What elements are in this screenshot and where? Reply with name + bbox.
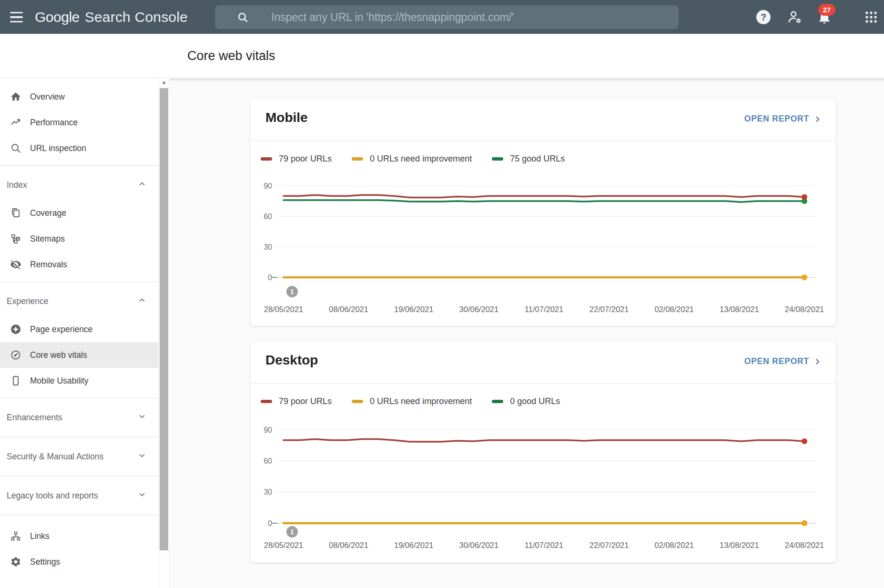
sidebar-item-url-inspection[interactable]: URL inspection <box>0 135 158 161</box>
open-report-label: OPEN REPORT <box>744 356 809 366</box>
sidebar-section-label: Enhancements <box>7 413 62 423</box>
notification-count-badge[interactable]: 27 <box>818 4 835 16</box>
sidebar-section-security-manual-actions[interactable]: Security & Manual Actions <box>0 441 158 472</box>
chart-legend: 79 poor URLs 0 URLs need improvement 0 g… <box>261 393 560 410</box>
legend-item[interactable]: 0 URLs need improvement <box>352 396 472 406</box>
open-report-link[interactable]: OPEN REPORT <box>744 356 822 366</box>
url-inspection-icon <box>10 142 22 154</box>
sidebar-item-label: Mobile Usability <box>30 376 89 386</box>
svg-text:11/07/2021: 11/07/2021 <box>525 305 563 314</box>
sidebar-section-enhancements[interactable]: Enhancements <box>0 402 158 433</box>
sidebar-item-sitemaps[interactable]: Sitemaps <box>0 226 158 252</box>
search-input[interactable] <box>215 5 679 29</box>
chevron-up-icon <box>138 296 146 306</box>
sidebar-scrollbar[interactable]: ▲ <box>158 78 170 588</box>
open-report-label: OPEN REPORT <box>744 114 809 124</box>
apps-grid-icon[interactable] <box>860 6 882 28</box>
home-icon <box>10 91 22 103</box>
url-inspect-searchbox[interactable] <box>215 5 679 29</box>
sidebar-item-label: Coverage <box>30 208 66 218</box>
sidebar-item-coverage[interactable]: Coverage <box>0 200 158 226</box>
legend-item[interactable]: 75 good URLs <box>492 154 565 164</box>
legend-label: 0 URLs need improvement <box>370 154 472 164</box>
svg-text:30: 30 <box>264 488 272 496</box>
svg-text:02/08/2021: 02/08/2021 <box>654 305 694 314</box>
main-content: MobileOPEN REPORT 79 poor URLs 0 URLs ne… <box>170 79 884 588</box>
sidebar-divider <box>0 398 158 398</box>
legend-item[interactable]: 0 URLs need improvement <box>352 154 472 164</box>
sidebar-section-experience[interactable]: Experience <box>0 286 158 316</box>
sidebar-item-label: Core web vitals <box>30 350 87 360</box>
sidebar-divider <box>0 437 158 437</box>
legend-label: 75 good URLs <box>510 154 565 164</box>
sidebar-item-submit-feedback[interactable]: Submit feedback <box>0 584 158 588</box>
svg-text:28/05/2021: 28/05/2021 <box>264 305 304 314</box>
scrollbar-thumb[interactable] <box>160 88 168 550</box>
chevron-right-icon <box>813 357 822 366</box>
coverage-icon <box>10 207 22 219</box>
legend-dash-icon <box>261 400 272 403</box>
scrollbar-up-arrow-icon[interactable]: ▲ <box>159 79 169 85</box>
chevron-up-icon <box>138 180 146 190</box>
legend-label: 79 poor URLs <box>279 154 332 164</box>
annotation-badge: 1 <box>286 286 298 297</box>
svg-text:13/08/2021: 13/08/2021 <box>720 305 759 314</box>
svg-text:1: 1 <box>290 528 294 536</box>
svg-text:02/08/2021: 02/08/2021 <box>654 541 694 549</box>
legend-item[interactable]: 0 good URLs <box>492 396 560 406</box>
sidebar-item-core-web-vitals[interactable]: Core web vitals <box>0 342 158 368</box>
sidebar-section-index[interactable]: Index <box>0 170 158 200</box>
chart-legend: 79 poor URLs 0 URLs need improvement 75 … <box>261 150 565 167</box>
legend-dash-icon <box>352 157 363 161</box>
sidebar-item-page-experience[interactable]: Page experience <box>0 316 158 342</box>
sidebar-section-legacy-tools-and-reports[interactable]: Legacy tools and reports <box>0 480 158 511</box>
svg-text:08/06/2021: 08/06/2021 <box>329 541 368 549</box>
help-icon[interactable]: ? <box>752 6 774 28</box>
sidebar-item-links[interactable]: Links <box>0 523 158 549</box>
sidebar-item-label: Page experience <box>30 324 92 335</box>
removals-icon <box>10 258 22 271</box>
sidebar-item-mobile-usability[interactable]: Mobile Usability <box>0 368 158 394</box>
sidebar-nav: Overview Performance URL inspectionIndex… <box>0 78 158 588</box>
svg-text:30/06/2021: 30/06/2021 <box>459 541 499 549</box>
svg-text:90: 90 <box>264 182 272 190</box>
top-bar: Google Search Console ? 27 <box>0 0 884 34</box>
sidebar-item-settings[interactable]: Settings <box>0 549 158 575</box>
sidebar-spacer <box>0 575 158 584</box>
sidebar-item-overview[interactable]: Overview <box>0 84 158 110</box>
legend-dash-icon <box>261 157 272 161</box>
sidebar-item-removals[interactable]: Removals <box>0 252 158 277</box>
open-report-link[interactable]: OPEN REPORT <box>744 114 822 124</box>
sidebar-divider <box>0 282 158 282</box>
legend-label: 0 good URLs <box>510 396 560 406</box>
legend-dash-icon <box>492 157 503 161</box>
svg-text:60: 60 <box>264 457 272 465</box>
legend-label: 79 poor URLs <box>279 396 332 406</box>
card-divider <box>250 383 836 384</box>
svg-text:22/07/2021: 22/07/2021 <box>589 541 629 549</box>
sidebar-item-label: URL inspection <box>30 143 86 153</box>
card-divider <box>250 141 836 141</box>
svg-text:0: 0 <box>268 519 272 527</box>
svg-text:30: 30 <box>264 243 272 251</box>
sidebar-divider <box>0 515 158 516</box>
legend-label: 0 URLs need improvement <box>370 396 472 406</box>
chevron-right-icon <box>813 115 822 123</box>
sidebar-divider <box>0 476 158 476</box>
svg-text:24/08/2021: 24/08/2021 <box>785 541 824 549</box>
sidebar-divider <box>0 165 158 166</box>
logo-search-console: Search Console <box>85 9 188 25</box>
hamburger-icon[interactable] <box>9 8 28 27</box>
page-experience-icon <box>10 323 22 335</box>
legend-item[interactable]: 79 poor URLs <box>261 154 332 164</box>
svg-text:11/07/2021: 11/07/2021 <box>525 541 563 549</box>
logo-google: Google <box>35 9 80 25</box>
sidebar-item-performance[interactable]: Performance <box>0 110 158 135</box>
svg-text:?: ? <box>761 12 766 22</box>
svg-text:30/06/2021: 30/06/2021 <box>459 305 499 314</box>
user-settings-icon[interactable] <box>784 6 806 28</box>
mobile-usability-icon <box>10 375 22 387</box>
svg-text:1: 1 <box>290 288 294 295</box>
legend-item[interactable]: 79 poor URLs <box>261 396 332 406</box>
page-header: Core web vitals <box>0 34 884 78</box>
